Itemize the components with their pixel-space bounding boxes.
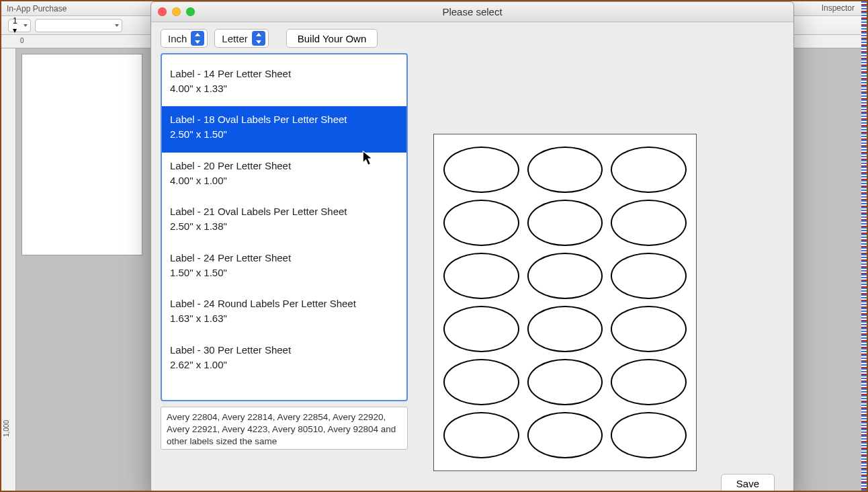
label-oval	[443, 253, 519, 299]
template-list-item[interactable]: Label - 30 Per Letter Sheet2.62" x 1.00"	[162, 337, 406, 383]
label-oval	[611, 359, 687, 405]
template-item-title: Label - 18 Oval Labels Per Letter Sheet	[170, 113, 398, 126]
label-oval	[527, 200, 603, 246]
chevron-updown-icon	[191, 31, 204, 46]
label-oval	[527, 359, 603, 405]
maximize-icon[interactable]	[186, 7, 195, 16]
label-oval	[527, 306, 603, 352]
template-item-dimensions: 2.62" x 1.00"	[170, 358, 398, 372]
template-item-title: Label - 21 Oval Labels Per Letter Sheet	[170, 205, 398, 218]
paper-size-value: Letter	[222, 33, 247, 44]
template-list-item[interactable]: Label - 12 Round Labels Per Letter Sheet…	[162, 53, 406, 60]
template-item-dimensions: 4.00" x 1.00"	[170, 174, 398, 188]
template-list-item[interactable]: Label - 24 Round Labels Per Letter Sheet…	[162, 290, 406, 337]
template-list-item[interactable]: Label - 21 Oval Labels Per Letter Sheet2…	[162, 198, 406, 245]
label-oval	[611, 412, 687, 458]
template-item-dimensions: 2.50" x 1.50"	[170, 128, 398, 141]
minimize-icon[interactable]	[172, 7, 181, 16]
label-oval	[611, 147, 687, 193]
template-item-dimensions: 2.50" x 1.38"	[170, 220, 398, 233]
template-listbox[interactable]: Label - 12 Round Labels Per Letter Sheet…	[161, 53, 408, 401]
template-item-title: Label - 20 Per Letter Sheet	[170, 159, 398, 173]
label-oval	[527, 412, 603, 458]
template-item-title: Label - 30 Per Letter Sheet	[170, 343, 398, 357]
paper-size-select[interactable]: Letter	[214, 29, 268, 48]
build-your-own-button[interactable]: Build Your Own	[286, 29, 378, 48]
template-item-title: Label - 24 Round Labels Per Letter Sheet	[170, 297, 398, 311]
parent-dropdown-2[interactable]	[35, 19, 122, 32]
label-oval	[443, 359, 519, 405]
parent-canvas-page[interactable]	[21, 54, 142, 255]
save-button[interactable]: Save	[721, 474, 775, 492]
template-item-dimensions: 1.63" x 1.63"	[170, 312, 398, 325]
label-oval	[443, 200, 519, 246]
compatible-labels-text: Avery 22804, Avery 22814, Avery 22854, A…	[161, 407, 408, 450]
label-oval	[611, 200, 687, 246]
label-oval	[611, 253, 687, 299]
preview-pane	[420, 53, 784, 470]
close-icon[interactable]	[158, 7, 167, 16]
label-oval	[611, 306, 687, 352]
template-list-item[interactable]: Label - 14 Per Letter Sheet4.00" x 1.33"	[162, 60, 406, 107]
label-oval	[443, 147, 519, 193]
inspector-label: Inspector	[822, 3, 855, 13]
chevron-updown-icon	[252, 31, 265, 46]
ruler-vertical: 1,000	[1, 48, 16, 491]
template-list-item[interactable]: Label - 24 Per Letter Sheet1.50" x 1.50"	[162, 245, 406, 291]
dialog-toolbar: Inch Letter Build Your Own	[151, 22, 793, 53]
decorative-stripe	[861, 1, 867, 491]
parent-title: In-App Purchase	[7, 4, 67, 13]
unit-select-value: Inch	[168, 33, 187, 44]
label-oval	[443, 306, 519, 352]
label-oval	[527, 147, 603, 193]
template-picker-dialog: Please select Inch Letter Build Your Own…	[150, 1, 794, 492]
unit-select[interactable]: Inch	[161, 29, 208, 48]
label-oval	[527, 253, 603, 299]
template-list-item[interactable]: Label - 20 Per Letter Sheet4.00" x 1.00"	[162, 153, 406, 199]
template-item-title: Label - 24 Per Letter Sheet	[170, 251, 398, 265]
label-oval	[443, 412, 519, 458]
template-item-title: Label - 14 Per Letter Sheet	[170, 67, 398, 81]
window-controls	[158, 7, 195, 16]
template-item-dimensions: 4.00" x 1.33"	[170, 82, 398, 95]
template-item-dimensions: 1.50" x 1.50"	[170, 266, 398, 280]
template-list-item[interactable]: Label - 18 Oval Labels Per Letter Sheet2…	[162, 106, 406, 153]
dialog-titlebar[interactable]: Please select	[151, 2, 793, 22]
label-sheet-preview	[433, 134, 697, 471]
dialog-title: Please select	[442, 6, 502, 17]
parent-dropdown-1[interactable]: 1 ▾	[8, 19, 31, 32]
